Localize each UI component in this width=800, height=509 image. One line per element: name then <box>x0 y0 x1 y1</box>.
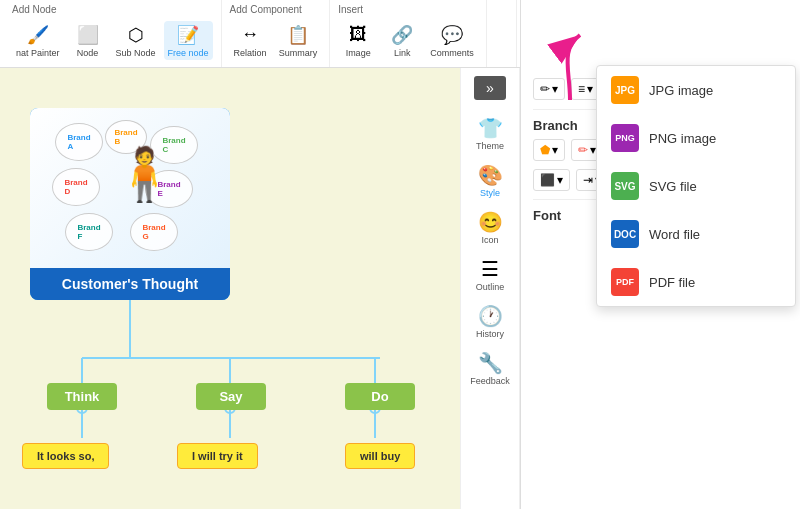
history-icon: 🕐 <box>478 304 503 328</box>
feedback-label: Feedback <box>470 376 510 386</box>
will-buy-node[interactable]: will buy <box>345 443 415 469</box>
central-node-image: BrandA BrandB BrandC BrandD BrandE Brand… <box>30 108 230 268</box>
export-png-item[interactable]: PNG PNG image <box>597 114 795 162</box>
png-label: PNG image <box>649 131 716 146</box>
icon-label: Icon <box>481 235 498 245</box>
style-label: Style <box>480 188 500 198</box>
jpg-label: JPG image <box>649 83 713 98</box>
sidebar-outline-btn[interactable]: ☰ Outline <box>464 253 516 296</box>
png-icon: PNG <box>611 124 639 152</box>
history-label: History <box>476 329 504 339</box>
export-dropdown: JPG JPG image PNG PNG image SVG SVG file… <box>596 65 796 307</box>
sidebar-feedback-btn[interactable]: 🔧 Feedback <box>464 347 516 390</box>
free-node-btn[interactable]: 📝 Free node <box>164 21 213 60</box>
dash-icon: ≡ <box>578 82 585 96</box>
link-icon: 🔗 <box>390 23 414 47</box>
bubble-brand-f: BrandF <box>65 213 113 251</box>
summary-label: Summary <box>279 48 318 58</box>
image-label: Image <box>346 48 371 58</box>
line-style-btn[interactable]: ✏▾ <box>533 78 565 100</box>
i-will-try-node[interactable]: I will try it <box>177 443 258 469</box>
word-label: Word file <box>649 227 700 242</box>
central-node-label: Customer's Thought <box>30 268 230 300</box>
icon-icon: 😊 <box>478 210 503 234</box>
central-node[interactable]: BrandA BrandB BrandC BrandD BrandE Brand… <box>30 108 230 300</box>
export-word-item[interactable]: DOC Word file <box>597 210 795 258</box>
summary-btn[interactable]: 📋 Summary <box>275 21 322 60</box>
export-svg-item[interactable]: SVG SVG file <box>597 162 795 210</box>
insert-icons: 🖼 Image 🔗 Link 💬 Comments <box>338 17 478 63</box>
layout-btn[interactable]: ⬛▾ <box>533 169 570 191</box>
sub-node-btn[interactable]: ⬡ Sub Node <box>112 21 160 60</box>
svg-label: SVG file <box>649 179 697 194</box>
style-icon: 🎨 <box>478 163 503 187</box>
line-color-icon: ✏ <box>578 143 588 157</box>
do-node[interactable]: Do <box>345 383 415 410</box>
think-node[interactable]: Think <box>47 383 117 410</box>
export-jpg-item[interactable]: JPG JPG image <box>597 66 795 114</box>
say-node[interactable]: Say <box>196 383 266 410</box>
canvas[interactable]: BrandA BrandB BrandC BrandD BrandE Brand… <box>0 68 460 509</box>
stick-figure: 🧍 <box>112 148 177 200</box>
theme-icon: 👕 <box>478 116 503 140</box>
right-sidebar: » 👕 Theme 🎨 Style 😊 Icon ☰ Outline 🕐 His… <box>460 68 520 509</box>
fill-icon: ⬟ <box>540 143 550 157</box>
relation-icon: ↔ <box>238 23 262 47</box>
node-label: Node <box>77 48 99 58</box>
link-label: Link <box>394 48 411 58</box>
jpg-icon: JPG <box>611 76 639 104</box>
format-painter-label: nat Painter <box>16 48 60 58</box>
add-node-group: Add Node 🖌️ nat Painter ⬜ Node ⬡ Sub Nod… <box>4 0 222 67</box>
add-node-icons: 🖌️ nat Painter ⬜ Node ⬡ Sub Node 📝 Free … <box>12 17 213 63</box>
node-icon: ⬜ <box>76 23 100 47</box>
relation-label: Relation <box>234 48 267 58</box>
format-painter-icon: 🖌️ <box>26 23 50 47</box>
add-component-group: Add Component ↔ Relation 📋 Summary <box>222 0 331 67</box>
free-node-icon: 📝 <box>176 23 200 47</box>
bubble-brand-g: BrandG <box>130 213 178 251</box>
sub-node-label: Sub Node <box>116 48 156 58</box>
theme-label: Theme <box>476 141 504 151</box>
add-node-label: Add Node <box>12 4 56 15</box>
doc-icon: DOC <box>611 220 639 248</box>
sidebar-icon-btn[interactable]: 😊 Icon <box>464 206 516 249</box>
pencil-icon: ✏ <box>540 82 550 96</box>
it-looks-node[interactable]: It looks so, <box>22 443 109 469</box>
fill-color-btn[interactable]: ⬟▾ <box>533 139 565 161</box>
feedback-icon: 🔧 <box>478 351 503 375</box>
add-component-label: Add Component <box>230 4 302 15</box>
svg-icon: SVG <box>611 172 639 200</box>
layout-icon: ⬛ <box>540 173 555 187</box>
add-component-icons: ↔ Relation 📋 Summary <box>230 17 322 63</box>
format-painter-btn[interactable]: 🖌️ nat Painter <box>12 21 64 60</box>
outline-icon: ☰ <box>481 257 499 281</box>
comments-icon: 💬 <box>440 23 464 47</box>
mindmap: BrandA BrandB BrandC BrandD BrandE Brand… <box>0 68 460 509</box>
expand-btn[interactable]: » <box>474 76 506 100</box>
image-icon: 🖼 <box>346 23 370 47</box>
sub-node-icon: ⬡ <box>124 23 148 47</box>
sidebar-theme-btn[interactable]: 👕 Theme <box>464 112 516 155</box>
image-btn[interactable]: 🖼 Image <box>338 21 378 60</box>
indent-icon: ⇥ <box>583 173 593 187</box>
insert-label: Insert <box>338 4 363 15</box>
link-btn[interactable]: 🔗 Link <box>382 21 422 60</box>
node-btn[interactable]: ⬜ Node <box>68 21 108 60</box>
bubble-brand-a: BrandA <box>55 123 103 161</box>
relation-btn[interactable]: ↔ Relation <box>230 21 271 60</box>
comments-btn[interactable]: 💬 Comments <box>426 21 478 60</box>
sidebar-style-btn[interactable]: 🎨 Style <box>464 159 516 202</box>
bubble-brand-d: BrandD <box>52 168 100 206</box>
comments-label: Comments <box>430 48 474 58</box>
export-pdf-item[interactable]: PDF PDF file <box>597 258 795 306</box>
pdf-icon: PDF <box>611 268 639 296</box>
pdf-label: PDF file <box>649 275 695 290</box>
sidebar-history-btn[interactable]: 🕐 History <box>464 300 516 343</box>
free-node-label: Free node <box>168 48 209 58</box>
outline-label: Outline <box>476 282 505 292</box>
summary-icon: 📋 <box>286 23 310 47</box>
insert-group: Insert 🖼 Image 🔗 Link 💬 Comments <box>330 0 487 67</box>
thought-bubbles: BrandA BrandB BrandC BrandD BrandE Brand… <box>50 118 210 258</box>
